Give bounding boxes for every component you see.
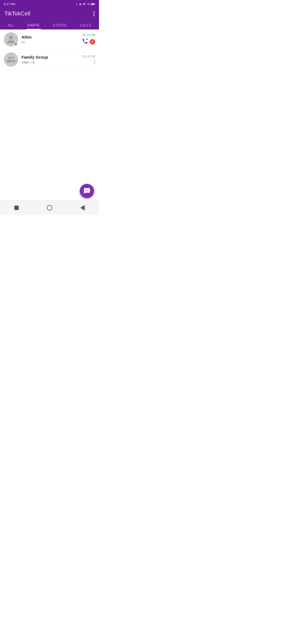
avatar-container-family-group [4,52,18,67]
tab-calls[interactable]: CALLS [76,21,95,29]
chat-item-family-group[interactable]: Family Group Allen: Hi 05:16 PM [0,50,99,70]
chat-info-allen: Allen Hi [21,35,80,44]
app-title: TikTokCell [4,10,31,17]
preview-message-family-group: Hi [31,60,35,64]
avatar-family-group [4,52,18,67]
tab-all[interactable]: ALL [4,21,18,29]
chat-list: Allen Hi 05:16 PM 1 [0,29,99,70]
nav-home-button[interactable] [45,203,54,213]
nav-back-button[interactable] [12,203,21,213]
nav-recents-button[interactable] [78,203,87,213]
chat-time-allen: 05:16 PM [82,33,95,37]
call-add-button-allen[interactable] [82,38,88,46]
tab-chats[interactable]: CHATS [24,21,43,29]
message-text-allen: Hi [21,40,25,44]
circle-icon [47,205,52,211]
new-chat-fab[interactable] [80,184,94,198]
status-bar: 5:17 PM ⊠ 72 [0,0,99,8]
person-icon [6,35,16,44]
svg-rect-1 [95,4,95,5]
bluetooth-icon [75,2,78,6]
chat-meta-family-group: 05:16 PM [82,55,95,64]
chat-item-allen[interactable]: Allen Hi 05:16 PM 1 [0,29,99,50]
preview-sender-family-group: Allen: [21,60,31,64]
online-indicator [14,42,18,46]
tab-status[interactable]: STATUS [50,21,70,29]
wifi-icon [82,3,86,6]
status-icons: ⊠ 72 [75,2,95,6]
chat-preview-allen: Hi [21,40,80,44]
nav-bar [0,200,99,215]
status-time: 5:17 PM [4,2,15,6]
battery-level: 72 [87,3,90,6]
unread-badge-allen: 1 [90,39,95,45]
chat-icon [83,187,90,195]
chat-name-family-group: Family Group [21,55,80,59]
chat-time-family-group: 05:16 PM [82,55,95,58]
chat-meta-allen: 05:16 PM 1 [82,33,95,46]
avatar-container-allen [4,32,18,47]
more-options-button[interactable] [94,11,95,16]
app-header: TikTokCell [0,8,99,21]
more-options-family-group[interactable] [94,60,95,64]
svg-rect-2 [92,4,94,5]
battery-icon [91,3,95,6]
chat-info-family-group: Family Group Allen: Hi [21,55,80,64]
chat-preview-family-group: Allen: Hi [21,60,80,64]
tab-bar: ALL CHATS STATUS CALLS [0,21,99,29]
group-icon [6,55,16,64]
sim-icon: ⊠ [79,3,81,6]
chat-name-allen: Allen [21,35,80,39]
square-icon [14,206,19,210]
triangle-icon [80,205,85,211]
